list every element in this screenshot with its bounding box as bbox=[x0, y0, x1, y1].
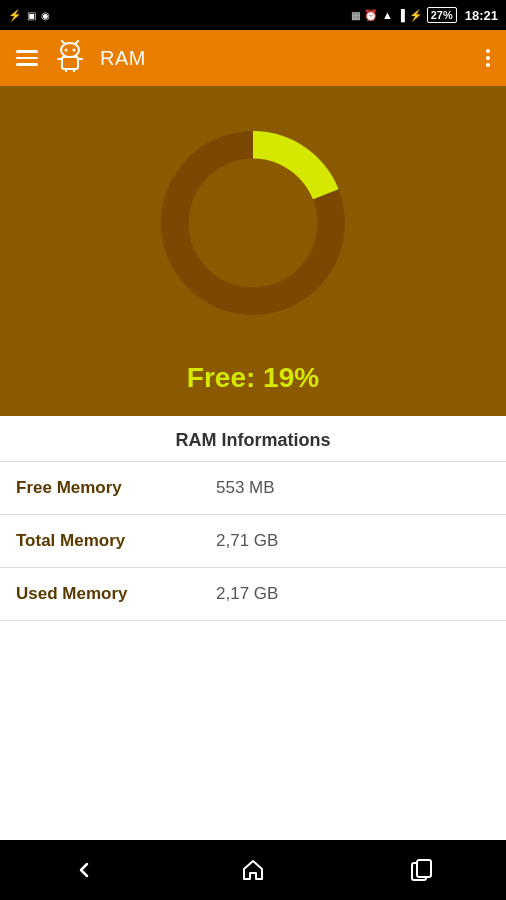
recents-button[interactable] bbox=[390, 850, 454, 890]
ram-table: Free Memory 553 MB Total Memory 2,71 GB … bbox=[0, 462, 506, 621]
svg-line-4 bbox=[75, 41, 78, 44]
toolbar-title: RAM bbox=[100, 47, 470, 70]
table-row: Free Memory 553 MB bbox=[0, 462, 506, 515]
svg-point-0 bbox=[61, 43, 79, 57]
status-icons: ⚡ ▣ ◉ bbox=[8, 9, 50, 22]
ram-info-title: RAM Informations bbox=[0, 416, 506, 462]
home-button[interactable] bbox=[221, 850, 285, 890]
bottom-nav bbox=[0, 840, 506, 900]
signal-bars: ▐ bbox=[397, 9, 405, 21]
table-row: Total Memory 2,71 GB bbox=[0, 515, 506, 568]
status-bar: ⚡ ▣ ◉ ▦ ⏰ ▲ ▐ ⚡ 27% 18:21 bbox=[0, 0, 506, 30]
free-memory-label: Free Memory bbox=[0, 462, 200, 515]
app-icon bbox=[54, 40, 86, 76]
status-right: ▦ ⏰ ▲ ▐ ⚡ 27% 18:21 bbox=[351, 7, 498, 23]
svg-line-3 bbox=[62, 41, 65, 44]
alarm-icon: ⏰ bbox=[364, 9, 378, 22]
free-memory-value: 553 MB bbox=[200, 462, 506, 515]
svg-point-1 bbox=[65, 49, 68, 52]
back-button[interactable] bbox=[52, 850, 116, 890]
flash-icon: ⚡ bbox=[409, 9, 423, 22]
total-memory-label: Total Memory bbox=[0, 515, 200, 568]
used-memory-value: 2,17 GB bbox=[200, 568, 506, 621]
total-memory-value: 2,71 GB bbox=[200, 515, 506, 568]
chart-section: Free: 19% bbox=[0, 86, 506, 416]
battery-indicator: 27% bbox=[427, 7, 457, 23]
svg-point-2 bbox=[73, 49, 76, 52]
overflow-menu-button[interactable] bbox=[482, 45, 494, 71]
pie-chart bbox=[138, 108, 368, 338]
free-percentage-label: Free: 19% bbox=[187, 362, 319, 394]
svg-rect-13 bbox=[417, 860, 431, 877]
menu-button[interactable] bbox=[12, 46, 42, 70]
wifi-icon: ▲ bbox=[382, 9, 393, 21]
ram-info-section: RAM Informations Free Memory 553 MB Tota… bbox=[0, 416, 506, 621]
time-display: 18:21 bbox=[465, 8, 498, 23]
toolbar: RAM bbox=[0, 30, 506, 86]
android-icon: ◉ bbox=[41, 10, 50, 21]
sim-icon: ▦ bbox=[351, 10, 360, 21]
svg-rect-5 bbox=[62, 57, 78, 69]
used-memory-label: Used Memory bbox=[0, 568, 200, 621]
chart-wrapper: Free: 19% bbox=[138, 108, 368, 394]
usb-icon: ⚡ bbox=[8, 9, 22, 22]
photo-icon: ▣ bbox=[27, 10, 36, 21]
table-row: Used Memory 2,17 GB bbox=[0, 568, 506, 621]
svg-point-11 bbox=[189, 159, 318, 288]
